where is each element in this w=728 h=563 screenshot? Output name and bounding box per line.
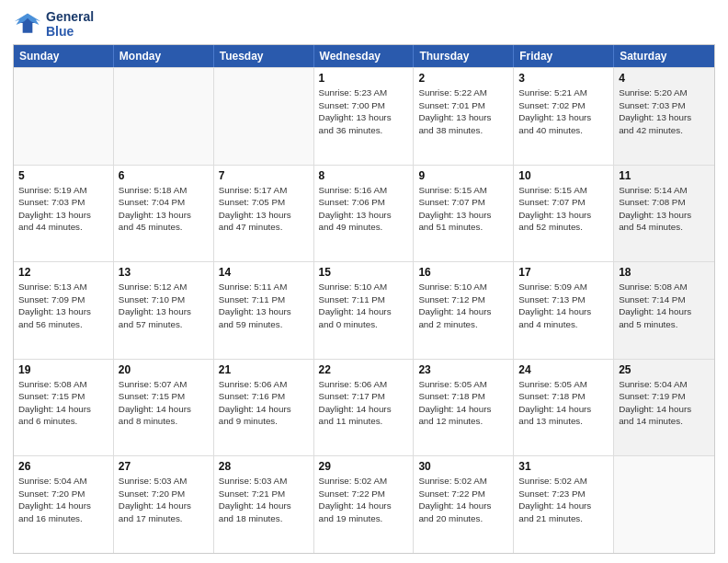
day-number: 6	[119, 169, 209, 182]
day-number: 13	[119, 266, 209, 279]
calendar-cell: 22Sunrise: 5:06 AM Sunset: 7:17 PM Dayli…	[314, 360, 415, 456]
calendar-cell: 5Sunrise: 5:19 AM Sunset: 7:03 PM Daylig…	[14, 166, 114, 262]
calendar-cell: 20Sunrise: 5:07 AM Sunset: 7:15 PM Dayli…	[114, 360, 214, 456]
calendar-cell: 8Sunrise: 5:16 AM Sunset: 7:06 PM Daylig…	[314, 166, 415, 262]
cell-text: Sunrise: 5:13 AM Sunset: 7:09 PM Dayligh…	[18, 281, 108, 330]
cell-text: Sunrise: 5:18 AM Sunset: 7:04 PM Dayligh…	[119, 184, 209, 234]
calendar-cell: 13Sunrise: 5:12 AM Sunset: 7:10 PM Dayli…	[114, 262, 214, 359]
calendar-cell	[214, 68, 314, 165]
calendar-cell: 6Sunrise: 5:18 AM Sunset: 7:04 PM Daylig…	[114, 166, 214, 262]
calendar-cell: 21Sunrise: 5:06 AM Sunset: 7:16 PM Dayli…	[214, 360, 314, 456]
cell-text: Sunrise: 5:06 AM Sunset: 7:17 PM Dayligh…	[319, 378, 409, 428]
cell-text: Sunrise: 5:06 AM Sunset: 7:16 PM Dayligh…	[219, 378, 309, 428]
day-number: 3	[518, 72, 609, 85]
cell-text: Sunrise: 5:15 AM Sunset: 7:07 PM Dayligh…	[418, 184, 508, 234]
cell-text: Sunrise: 5:05 AM Sunset: 7:18 PM Dayligh…	[518, 378, 609, 428]
day-number: 14	[219, 266, 309, 279]
day-number: 19	[18, 363, 108, 376]
day-number: 26	[18, 460, 108, 473]
cell-text: Sunrise: 5:10 AM Sunset: 7:12 PM Dayligh…	[418, 281, 508, 330]
calendar-cell: 7Sunrise: 5:17 AM Sunset: 7:05 PM Daylig…	[214, 166, 314, 262]
day-number: 5	[18, 169, 108, 182]
day-number: 18	[619, 266, 710, 279]
logo-icon	[13, 11, 42, 37]
calendar-cell: 16Sunrise: 5:10 AM Sunset: 7:12 PM Dayli…	[414, 262, 514, 359]
calendar-cell: 14Sunrise: 5:11 AM Sunset: 7:11 PM Dayli…	[214, 262, 314, 359]
cell-text: Sunrise: 5:19 AM Sunset: 7:03 PM Dayligh…	[18, 184, 108, 234]
calendar-body: 1Sunrise: 5:23 AM Sunset: 7:00 PM Daylig…	[14, 67, 714, 553]
cell-text: Sunrise: 5:02 AM Sunset: 7:23 PM Dayligh…	[518, 475, 609, 524]
day-number: 31	[518, 460, 609, 473]
calendar-cell: 10Sunrise: 5:15 AM Sunset: 7:07 PM Dayli…	[514, 166, 614, 262]
calendar: SundayMondayTuesdayWednesdayThursdayFrid…	[13, 44, 715, 554]
cell-text: Sunrise: 5:02 AM Sunset: 7:22 PM Dayligh…	[319, 475, 409, 524]
logo-text: General Blue	[46, 9, 94, 39]
day-number: 24	[518, 363, 609, 376]
cell-text: Sunrise: 5:08 AM Sunset: 7:14 PM Dayligh…	[619, 281, 710, 330]
day-number: 2	[418, 72, 508, 85]
calendar-cell: 29Sunrise: 5:02 AM Sunset: 7:22 PM Dayli…	[314, 456, 415, 553]
weekday-header-tuesday: Tuesday	[214, 45, 314, 67]
calendar-row-1: 1Sunrise: 5:23 AM Sunset: 7:00 PM Daylig…	[14, 67, 714, 165]
calendar-cell: 31Sunrise: 5:02 AM Sunset: 7:23 PM Dayli…	[514, 456, 614, 553]
cell-text: Sunrise: 5:20 AM Sunset: 7:03 PM Dayligh…	[619, 86, 710, 136]
day-number: 22	[319, 363, 409, 376]
day-number: 29	[319, 460, 409, 473]
calendar-cell: 28Sunrise: 5:03 AM Sunset: 7:21 PM Dayli…	[214, 456, 314, 553]
day-number: 20	[119, 363, 209, 376]
day-number: 16	[418, 266, 508, 279]
day-number: 11	[619, 169, 710, 182]
weekday-header-friday: Friday	[514, 45, 614, 67]
day-number: 9	[418, 169, 508, 182]
cell-text: Sunrise: 5:11 AM Sunset: 7:11 PM Dayligh…	[219, 281, 309, 330]
page: General Blue SundayMondayTuesdayWednesda…	[0, 0, 728, 563]
day-number: 15	[319, 266, 409, 279]
cell-text: Sunrise: 5:04 AM Sunset: 7:20 PM Dayligh…	[18, 475, 108, 524]
cell-text: Sunrise: 5:02 AM Sunset: 7:22 PM Dayligh…	[418, 475, 508, 524]
calendar-cell	[614, 456, 714, 553]
calendar-cell: 15Sunrise: 5:10 AM Sunset: 7:11 PM Dayli…	[314, 262, 415, 359]
cell-text: Sunrise: 5:10 AM Sunset: 7:11 PM Dayligh…	[319, 281, 409, 330]
day-number: 17	[518, 266, 609, 279]
calendar-cell: 17Sunrise: 5:09 AM Sunset: 7:13 PM Dayli…	[514, 262, 614, 359]
day-number: 12	[18, 266, 108, 279]
cell-text: Sunrise: 5:08 AM Sunset: 7:15 PM Dayligh…	[18, 378, 108, 428]
weekday-header-sunday: Sunday	[14, 45, 114, 67]
weekday-header-wednesday: Wednesday	[314, 45, 415, 67]
calendar-cell: 4Sunrise: 5:20 AM Sunset: 7:03 PM Daylig…	[614, 68, 714, 165]
calendar-cell: 23Sunrise: 5:05 AM Sunset: 7:18 PM Dayli…	[414, 360, 514, 456]
cell-text: Sunrise: 5:14 AM Sunset: 7:08 PM Dayligh…	[619, 184, 710, 234]
day-number: 28	[219, 460, 309, 473]
cell-text: Sunrise: 5:03 AM Sunset: 7:21 PM Dayligh…	[219, 475, 309, 524]
cell-text: Sunrise: 5:17 AM Sunset: 7:05 PM Dayligh…	[219, 184, 309, 234]
calendar-row-3: 12Sunrise: 5:13 AM Sunset: 7:09 PM Dayli…	[14, 261, 714, 359]
calendar-header: SundayMondayTuesdayWednesdayThursdayFrid…	[14, 45, 714, 67]
cell-text: Sunrise: 5:03 AM Sunset: 7:20 PM Dayligh…	[119, 475, 209, 524]
day-number: 8	[319, 169, 409, 182]
cell-text: Sunrise: 5:09 AM Sunset: 7:13 PM Dayligh…	[518, 281, 609, 330]
calendar-cell: 25Sunrise: 5:04 AM Sunset: 7:19 PM Dayli…	[614, 360, 714, 456]
weekday-header-monday: Monday	[114, 45, 214, 67]
calendar-cell: 2Sunrise: 5:22 AM Sunset: 7:01 PM Daylig…	[414, 68, 514, 165]
calendar-cell: 24Sunrise: 5:05 AM Sunset: 7:18 PM Dayli…	[514, 360, 614, 456]
cell-text: Sunrise: 5:21 AM Sunset: 7:02 PM Dayligh…	[518, 86, 609, 136]
calendar-cell: 1Sunrise: 5:23 AM Sunset: 7:00 PM Daylig…	[314, 68, 415, 165]
day-number: 30	[418, 460, 508, 473]
weekday-header-saturday: Saturday	[614, 45, 714, 67]
cell-text: Sunrise: 5:23 AM Sunset: 7:00 PM Dayligh…	[319, 86, 409, 136]
cell-text: Sunrise: 5:15 AM Sunset: 7:07 PM Dayligh…	[518, 184, 609, 234]
cell-text: Sunrise: 5:16 AM Sunset: 7:06 PM Dayligh…	[319, 184, 409, 234]
calendar-cell: 18Sunrise: 5:08 AM Sunset: 7:14 PM Dayli…	[614, 262, 714, 359]
calendar-row-4: 19Sunrise: 5:08 AM Sunset: 7:15 PM Dayli…	[14, 359, 714, 456]
day-number: 21	[219, 363, 309, 376]
calendar-cell	[14, 68, 114, 165]
calendar-row-5: 26Sunrise: 5:04 AM Sunset: 7:20 PM Dayli…	[14, 455, 714, 553]
calendar-cell: 19Sunrise: 5:08 AM Sunset: 7:15 PM Dayli…	[14, 360, 114, 456]
cell-text: Sunrise: 5:07 AM Sunset: 7:15 PM Dayligh…	[119, 378, 209, 428]
day-number: 1	[319, 72, 409, 85]
calendar-cell	[114, 68, 214, 165]
calendar-cell: 11Sunrise: 5:14 AM Sunset: 7:08 PM Dayli…	[614, 166, 714, 262]
calendar-cell: 9Sunrise: 5:15 AM Sunset: 7:07 PM Daylig…	[414, 166, 514, 262]
weekday-header-thursday: Thursday	[414, 45, 514, 67]
cell-text: Sunrise: 5:12 AM Sunset: 7:10 PM Dayligh…	[119, 281, 209, 330]
